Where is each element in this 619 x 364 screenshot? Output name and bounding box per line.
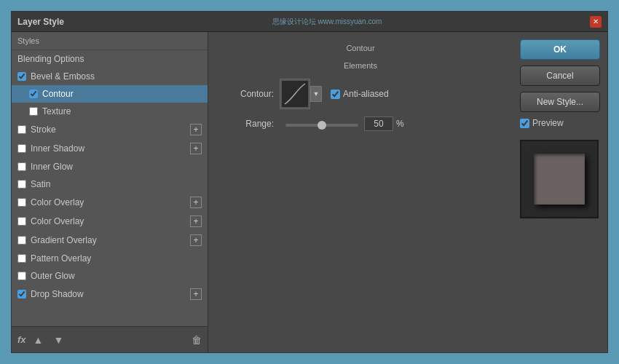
stroke-checkbox[interactable]: [17, 125, 26, 134]
inner-glow-label: Inner Glow: [31, 162, 73, 172]
stroke-label: Stroke: [31, 124, 56, 135]
bevel-emboss-label: Bevel & Emboss: [31, 71, 95, 82]
sidebar-item-outer-glow[interactable]: Outer Glow: [12, 267, 208, 285]
color-overlay-1-checkbox[interactable]: [17, 198, 26, 207]
sidebar-item-contour[interactable]: Contour: [12, 85, 208, 103]
contour-label: Contour: [42, 89, 74, 99]
gradient-overlay-label: Gradient Overlay: [31, 235, 97, 245]
title-bar: Layer Style 思缘设计论坛 www.missyuan.com ✕: [12, 12, 607, 32]
satin-checkbox[interactable]: [17, 180, 26, 189]
sidebar-item-pattern-overlay[interactable]: Pattern Overlay: [12, 250, 208, 267]
contour-checkbox[interactable]: [29, 90, 38, 98]
color-overlay-1-plus-button[interactable]: +: [190, 197, 202, 208]
dialog-body: Styles Blending Options Bevel & Emboss C…: [12, 32, 607, 352]
stroke-plus-button[interactable]: +: [190, 124, 202, 135]
preview-checkbox[interactable]: [520, 119, 529, 128]
range-label: Range:: [223, 119, 274, 129]
inner-shadow-label: Inner Shadow: [31, 143, 84, 154]
outer-glow-label: Outer Glow: [31, 271, 75, 281]
gradient-overlay-checkbox[interactable]: [17, 236, 26, 245]
cancel-button[interactable]: Cancel: [520, 66, 600, 86]
inner-shadow-plus-button[interactable]: +: [190, 143, 202, 154]
contour-select[interactable]: [280, 79, 310, 109]
pattern-overlay-checkbox[interactable]: [17, 254, 26, 263]
contour-row: Contour: ▼ Anti-aliased: [223, 79, 498, 109]
preview-area: [520, 140, 599, 218]
dialog-title: Layer Style: [17, 17, 64, 27]
move-up-button[interactable]: ▲: [31, 333, 47, 347]
drop-shadow-plus-button[interactable]: +: [190, 288, 202, 300]
preview-label-row: Preview: [520, 118, 600, 128]
sidebar-item-color-overlay-2[interactable]: Color Overlay +: [12, 212, 208, 231]
gradient-overlay-plus-button[interactable]: +: [190, 234, 202, 246]
sidebar-item-texture[interactable]: Texture: [12, 103, 208, 120]
sidebar-item-color-overlay-1[interactable]: Color Overlay +: [12, 193, 208, 212]
range-slider[interactable]: [285, 124, 358, 127]
ok-button[interactable]: OK: [520, 39, 600, 60]
move-down-button[interactable]: ▼: [50, 333, 66, 347]
layer-style-dialog: Layer Style 思缘设计论坛 www.missyuan.com ✕ St…: [11, 11, 608, 353]
left-panel-footer: fx ▲ ▼ 🗑: [12, 326, 208, 352]
contour-field-label: Contour:: [223, 89, 274, 99]
center-panel: Contour Elements Contour: ▼: [208, 32, 513, 352]
bevel-emboss-checkbox[interactable]: [17, 72, 26, 81]
inner-glow-checkbox[interactable]: [17, 162, 26, 171]
sub-section-title: Elements: [223, 61, 498, 70]
range-row: Range: 50 %: [223, 116, 498, 131]
sidebar-item-inner-glow[interactable]: Inner Glow: [12, 158, 208, 175]
drop-shadow-checkbox[interactable]: [17, 290, 26, 298]
sidebar-item-satin[interactable]: Satin: [12, 175, 208, 193]
watermark: 思缘设计论坛 www.missyuan.com: [272, 17, 382, 27]
anti-aliased-label[interactable]: Anti-aliased: [331, 89, 389, 99]
sidebar-item-stroke[interactable]: Stroke +: [12, 120, 208, 139]
drop-shadow-label: Drop Shadow: [31, 289, 84, 299]
section-title: Contour: [223, 44, 498, 52]
sidebar-item-blending-options[interactable]: Blending Options: [12, 50, 208, 68]
delete-button[interactable]: 🗑: [192, 334, 202, 346]
left-panel: Styles Blending Options Bevel & Emboss C…: [12, 32, 208, 352]
new-style-button[interactable]: New Style...: [520, 92, 600, 112]
color-overlay-2-label: Color Overlay: [31, 216, 84, 226]
styles-header: Styles: [12, 32, 208, 50]
percent-label: %: [396, 119, 404, 129]
inner-shadow-checkbox[interactable]: [17, 144, 26, 153]
preview-square: [534, 154, 585, 205]
sidebar-item-gradient-overlay[interactable]: Gradient Overlay +: [12, 231, 208, 250]
contour-dropdown-arrow[interactable]: ▼: [310, 86, 322, 102]
preview-label: Preview: [532, 118, 564, 128]
texture-checkbox[interactable]: [29, 107, 38, 116]
sidebar-item-inner-shadow[interactable]: Inner Shadow +: [12, 139, 208, 158]
anti-aliased-checkbox[interactable]: [331, 90, 340, 99]
outer-glow-checkbox[interactable]: [17, 272, 26, 280]
texture-label: Texture: [42, 106, 71, 116]
blending-options-label: Blending Options: [17, 54, 84, 64]
contour-dropdown: ▼: [280, 79, 322, 109]
close-button[interactable]: ✕: [590, 16, 602, 28]
pattern-overlay-label: Pattern Overlay: [31, 253, 91, 264]
contour-curve-icon: [282, 81, 308, 107]
styles-list: Blending Options Bevel & Emboss Contour …: [12, 50, 208, 326]
fx-label: fx: [17, 334, 26, 345]
sidebar-item-drop-shadow[interactable]: Drop Shadow +: [12, 285, 208, 304]
sidebar-item-bevel-emboss[interactable]: Bevel & Emboss: [12, 68, 208, 85]
color-overlay-2-plus-button[interactable]: +: [190, 215, 202, 227]
range-value-input[interactable]: 50: [364, 116, 393, 131]
color-overlay-2-checkbox[interactable]: [17, 217, 26, 226]
range-slider-container: [285, 119, 358, 129]
color-overlay-1-label: Color Overlay: [31, 197, 84, 207]
satin-label: Satin: [31, 179, 50, 189]
right-panel: OK Cancel New Style... Preview: [513, 32, 607, 352]
